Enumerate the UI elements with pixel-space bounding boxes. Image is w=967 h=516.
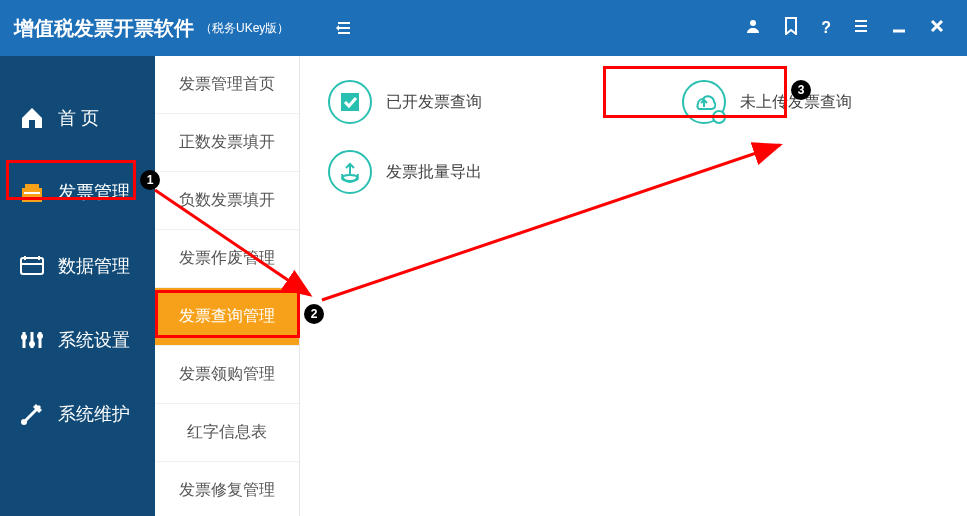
svg-rect-5 bbox=[21, 258, 43, 274]
tile-batch-export[interactable]: 发票批量导出 bbox=[328, 150, 482, 194]
settings-icon bbox=[18, 326, 46, 354]
title-bar: 增值税发票开票软件 （税务UKey版） ? bbox=[0, 0, 967, 56]
home-icon bbox=[18, 104, 46, 132]
submenu-label: 负数发票填开 bbox=[179, 190, 275, 211]
submenu-item-repair-manage[interactable]: 发票修复管理 bbox=[155, 462, 299, 516]
svg-rect-1 bbox=[29, 120, 35, 128]
submenu-item-void-manage[interactable]: 发票作废管理 bbox=[155, 230, 299, 288]
svg-point-7 bbox=[29, 341, 35, 347]
sidebar-item-data-manage[interactable]: 数据管理 bbox=[0, 234, 155, 298]
sidebar-item-label: 发票管理 bbox=[58, 180, 130, 204]
submenu-label: 发票修复管理 bbox=[179, 480, 275, 501]
sidebar-item-label: 首 页 bbox=[58, 106, 99, 130]
close-icon[interactable] bbox=[929, 18, 945, 38]
collapse-menu-icon[interactable] bbox=[314, 0, 374, 56]
submenu-label: 正数发票填开 bbox=[179, 132, 275, 153]
data-icon bbox=[18, 252, 46, 280]
submenu-label: 发票领购管理 bbox=[179, 364, 275, 385]
tile-issued-query[interactable]: 已开发票查询 bbox=[328, 80, 482, 124]
svg-point-8 bbox=[37, 333, 43, 339]
svg-point-0 bbox=[750, 20, 756, 26]
cloud-upload-icon bbox=[682, 80, 726, 124]
submenu-item-positive-invoice[interactable]: 正数发票填开 bbox=[155, 114, 299, 172]
svg-point-11 bbox=[342, 175, 358, 181]
title-bar-left: 增值税发票开票软件 （税务UKey版） bbox=[0, 15, 300, 42]
tile-unuploaded-query[interactable]: 未上传发票查询 bbox=[682, 80, 852, 124]
submenu-label: 红字信息表 bbox=[187, 422, 267, 443]
svg-rect-3 bbox=[25, 184, 39, 190]
submenu-item-invoice-home[interactable]: 发票管理首页 bbox=[155, 56, 299, 114]
user-icon[interactable] bbox=[745, 18, 761, 38]
menu-icon[interactable] bbox=[853, 18, 869, 38]
submenu-item-query-manage[interactable]: 发票查询管理 bbox=[155, 288, 299, 346]
export-icon bbox=[328, 150, 372, 194]
sidebar-item-label: 系统设置 bbox=[58, 328, 130, 352]
sidebar-item-label: 系统维护 bbox=[58, 402, 130, 426]
window-controls: ? bbox=[745, 17, 967, 39]
sidebar-item-label: 数据管理 bbox=[58, 254, 130, 278]
svg-rect-4 bbox=[24, 192, 40, 194]
svg-point-9 bbox=[21, 419, 27, 425]
maintain-icon bbox=[18, 400, 46, 428]
check-icon bbox=[328, 80, 372, 124]
svg-rect-10 bbox=[341, 93, 359, 111]
sidebar-item-invoice-manage[interactable]: 发票管理 bbox=[0, 160, 155, 224]
main-content: 已开发票查询 未上传发票查询 发票批量导出 bbox=[300, 56, 967, 516]
bookmark-icon[interactable] bbox=[783, 17, 799, 39]
app-title: 增值税发票开票软件 bbox=[0, 15, 194, 42]
submenu-item-negative-invoice[interactable]: 负数发票填开 bbox=[155, 172, 299, 230]
tile-label: 已开发票查询 bbox=[386, 92, 482, 113]
tile-label: 未上传发票查询 bbox=[740, 92, 852, 113]
submenu-item-purchase-manage[interactable]: 发票领购管理 bbox=[155, 346, 299, 404]
sidebar-item-system-settings[interactable]: 系统设置 bbox=[0, 308, 155, 372]
sidebar-item-home[interactable]: 首 页 bbox=[0, 86, 155, 150]
submenu-label: 发票管理首页 bbox=[179, 74, 275, 95]
minimize-icon[interactable] bbox=[891, 18, 907, 38]
help-icon[interactable]: ? bbox=[821, 19, 831, 37]
submenu-label: 发票查询管理 bbox=[179, 306, 275, 327]
main-sidebar: 首 页 发票管理 数据管理 系统设置 系统维护 bbox=[0, 56, 155, 516]
submenu-item-red-info[interactable]: 红字信息表 bbox=[155, 404, 299, 462]
submenu-label: 发票作废管理 bbox=[179, 248, 275, 269]
tile-label: 发票批量导出 bbox=[386, 162, 482, 183]
invoice-icon bbox=[18, 178, 46, 206]
svg-point-6 bbox=[21, 334, 27, 340]
sub-sidebar: 发票管理首页 正数发票填开 负数发票填开 发票作废管理 发票查询管理 发票领购管… bbox=[155, 56, 300, 516]
app-subtitle: （税务UKey版） bbox=[200, 20, 289, 37]
sidebar-item-system-maintain[interactable]: 系统维护 bbox=[0, 382, 155, 446]
title-bar-right: ? bbox=[300, 0, 967, 56]
svg-rect-2 bbox=[22, 188, 42, 202]
